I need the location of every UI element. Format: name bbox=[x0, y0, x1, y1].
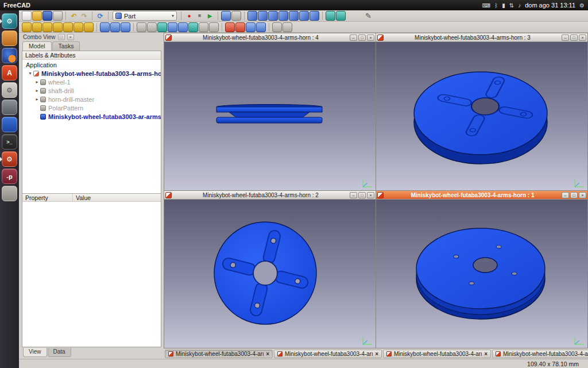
part-cylinder-button[interactable] bbox=[32, 22, 42, 32]
view-window-3[interactable]: Miniskybot-wheel-futaba3003-4-arms-horn … bbox=[376, 33, 588, 191]
panel-close-button[interactable]: × bbox=[67, 34, 74, 40]
property-column-header[interactable]: Property bbox=[22, 194, 73, 201]
open-button[interactable] bbox=[32, 11, 42, 21]
part-ruled-surface-button[interactable] bbox=[188, 22, 198, 32]
maximize-button[interactable]: □ bbox=[570, 192, 578, 198]
part-mirror-button[interactable] bbox=[157, 22, 167, 32]
launcher-system-settings[interactable]: ⚙ bbox=[2, 82, 17, 98]
part-fillet-button[interactable] bbox=[168, 22, 177, 32]
maximize-button[interactable]: □ bbox=[358, 192, 366, 198]
new-document-button[interactable] bbox=[22, 11, 32, 21]
draw-style-button[interactable] bbox=[231, 11, 241, 21]
battery-icon[interactable]: ▮ bbox=[502, 2, 505, 9]
minimize-button[interactable]: – bbox=[562, 34, 569, 41]
close-button[interactable]: × bbox=[367, 192, 374, 198]
part-revolve-button[interactable] bbox=[147, 22, 157, 32]
view-top-button[interactable] bbox=[268, 11, 278, 21]
tab-model[interactable]: Model bbox=[22, 41, 52, 51]
measure-angular-button[interactable] bbox=[336, 11, 346, 21]
redo-button[interactable]: ↷ bbox=[79, 11, 89, 21]
close-button[interactable]: × bbox=[579, 192, 586, 198]
wheel-isometric-bottom-model[interactable] bbox=[376, 200, 587, 348]
minimize-button[interactable]: – bbox=[350, 192, 357, 198]
part-thickness-button[interactable] bbox=[256, 22, 266, 32]
tree-item-shaft-drill[interactable]: ▸ shaft-drill bbox=[22, 86, 161, 95]
maximize-button[interactable]: □ bbox=[570, 34, 578, 41]
tree-item-wheel-1[interactable]: ▸ wheel-1 bbox=[22, 78, 161, 86]
taskbar-tab-2[interactable]: Miniskybot-wheel-futaba3003-4-arms-horn … bbox=[274, 350, 382, 358]
launcher-blue-app[interactable] bbox=[2, 117, 17, 132]
boolean-common-button[interactable] bbox=[110, 22, 120, 32]
active-app-name[interactable]: FreeCAD bbox=[3, 2, 30, 9]
wheel-top-view-model[interactable] bbox=[164, 200, 376, 348]
boolean-cut-button[interactable] bbox=[121, 22, 130, 32]
part-chamfer-button[interactable] bbox=[178, 22, 188, 32]
part-box-button[interactable] bbox=[22, 22, 32, 32]
view-rear-button[interactable] bbox=[289, 11, 299, 21]
launcher-freecad[interactable]: ⚙ bbox=[2, 13, 17, 29]
tab-close-icon[interactable]: × bbox=[266, 351, 269, 357]
view-window-1[interactable]: Miniskybot-wheel-futaba3003-4-arms-horn … bbox=[376, 190, 588, 348]
viewport-top-view[interactable] bbox=[164, 200, 376, 348]
part-defeaturing-button[interactable] bbox=[283, 22, 292, 32]
network-icon[interactable]: ⇅ bbox=[509, 2, 514, 9]
view-fit-button[interactable] bbox=[221, 11, 231, 21]
part-offset-button[interactable] bbox=[246, 22, 256, 32]
launcher-file-manager[interactable] bbox=[2, 30, 17, 46]
tree-item-polarpattern[interactable]: PolarPattern bbox=[22, 103, 161, 112]
minimize-button[interactable]: – bbox=[350, 34, 357, 41]
close-button[interactable]: × bbox=[367, 34, 374, 41]
tree-root-application[interactable]: Application bbox=[22, 60, 161, 69]
macro-record-button[interactable]: ● bbox=[184, 11, 194, 21]
viewport-side-view[interactable] bbox=[164, 42, 376, 190]
collapse-arrow-icon[interactable]: ▾ bbox=[27, 71, 33, 76]
minimize-button[interactable]: – bbox=[562, 192, 569, 198]
part-loft-button[interactable] bbox=[199, 22, 208, 32]
undo-button[interactable]: ↶ bbox=[69, 11, 79, 21]
part-cross-sections-button[interactable] bbox=[235, 22, 245, 32]
clock[interactable]: dom ago 31 13:11 bbox=[525, 2, 575, 9]
viewport-isometric-top[interactable] bbox=[376, 42, 587, 190]
tab-data[interactable]: Data bbox=[48, 348, 71, 357]
refresh-button[interactable]: ⟳ bbox=[95, 11, 105, 21]
window-2-titlebar[interactable]: Miniskybot-wheel-futaba3003-4-arms-horn … bbox=[164, 191, 376, 200]
property-table-body[interactable] bbox=[22, 202, 161, 347]
part-extrude-button[interactable] bbox=[137, 22, 146, 32]
wheel-isometric-top-model[interactable] bbox=[376, 42, 587, 190]
value-column-header[interactable]: Value bbox=[73, 194, 94, 201]
panel-float-button[interactable]: □ bbox=[58, 34, 65, 40]
view-bottom-button[interactable] bbox=[299, 11, 309, 21]
keyboard-indicator-icon[interactable]: ⌨ bbox=[482, 2, 490, 9]
tab-tasks[interactable]: Tasks bbox=[52, 41, 80, 51]
maximize-button[interactable]: □ bbox=[358, 34, 366, 41]
taskbar-tab-3[interactable]: Miniskybot-wheel-futaba3003-4-arms-horn … bbox=[383, 350, 491, 358]
taskbar-tab-4[interactable]: Miniskybot-wheel-futaba3003-4-arms-horn … bbox=[492, 350, 588, 358]
close-button[interactable]: × bbox=[579, 34, 586, 41]
view-window-4[interactable]: Miniskybot-wheel-futaba3003-4-arms-horn … bbox=[164, 33, 376, 191]
print-button[interactable] bbox=[53, 11, 63, 21]
launcher-text-editor[interactable] bbox=[2, 186, 17, 201]
part-shapebuilder-button[interactable] bbox=[84, 22, 94, 32]
expand-arrow-icon[interactable]: ▸ bbox=[34, 79, 40, 85]
session-gear-icon[interactable]: ⚙ bbox=[579, 2, 585, 9]
workbench-selector[interactable]: Part ▾ bbox=[113, 11, 177, 21]
part-sweep-button[interactable] bbox=[209, 22, 219, 32]
edit-pen-button[interactable]: ✎ bbox=[363, 11, 373, 21]
tab-close-icon[interactable]: × bbox=[484, 351, 488, 357]
tab-close-icon[interactable]: × bbox=[375, 351, 378, 357]
launcher-freecad-red[interactable]: ⚙ bbox=[2, 151, 17, 167]
expand-arrow-icon[interactable]: ▸ bbox=[34, 97, 40, 102]
bluetooth-icon[interactable]: ᛒ bbox=[494, 2, 498, 9]
macro-play-button[interactable]: ▶ bbox=[205, 11, 215, 21]
part-section-button[interactable] bbox=[225, 22, 235, 32]
part-torus-button[interactable] bbox=[63, 22, 73, 32]
window-1-titlebar[interactable]: Miniskybot-wheel-futaba3003-4-arms-horn … bbox=[376, 191, 587, 200]
part-cone-button[interactable] bbox=[53, 22, 63, 32]
launcher-ubuntu-one[interactable] bbox=[2, 99, 17, 115]
view-front-button[interactable] bbox=[258, 11, 268, 21]
view-window-2[interactable]: Miniskybot-wheel-futaba3003-4-arms-horn … bbox=[164, 190, 376, 348]
tab-view[interactable]: View bbox=[23, 348, 47, 357]
tree-item-horn-drill-master[interactable]: ▸ horn-drill-master bbox=[22, 95, 161, 103]
measure-linear-button[interactable] bbox=[326, 11, 335, 21]
launcher-gimp[interactable]: -p bbox=[2, 168, 17, 184]
